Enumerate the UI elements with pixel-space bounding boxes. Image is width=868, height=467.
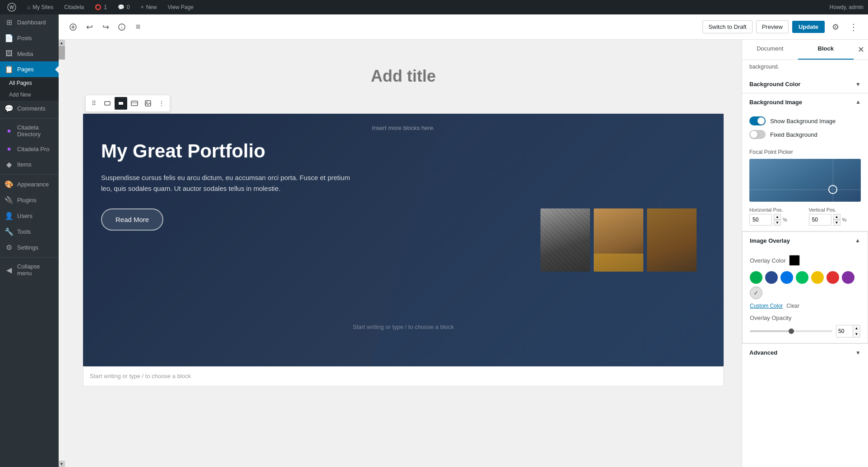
svg-text:W: W bbox=[9, 5, 14, 10]
sidebar-item-label: Plugins bbox=[17, 197, 37, 203]
block-layout-2-button[interactable] bbox=[115, 97, 127, 110]
sidebar-item-appearance[interactable]: 🎨 Appearance bbox=[0, 176, 59, 192]
hero-block-placeholder[interactable]: Start writing or type / to choose a bloc… bbox=[353, 324, 454, 330]
swatch-green2[interactable] bbox=[796, 271, 808, 284]
page-title-area bbox=[83, 49, 724, 95]
hero-title[interactable]: My Great Portfolio bbox=[101, 141, 353, 162]
overlay-color-swatch[interactable] bbox=[789, 255, 800, 266]
opacity-down-button[interactable]: ▼ bbox=[853, 331, 860, 337]
page-title-input[interactable] bbox=[83, 67, 724, 86]
my-sites-link[interactable]: ⌂ My Sites bbox=[24, 0, 56, 14]
swatch-yellow[interactable] bbox=[811, 271, 824, 284]
sidebar-item-collapse[interactable]: ◀ Collapse menu bbox=[0, 259, 59, 280]
tab-document[interactable]: Document bbox=[742, 40, 798, 60]
sidebar-item-items[interactable]: ◆ Items bbox=[0, 157, 59, 172]
tab-block[interactable]: Block bbox=[798, 40, 854, 60]
sidebar-item-citadela-pro[interactable]: ● Citadela Pro bbox=[0, 141, 59, 157]
v-pos-up-button[interactable]: ▲ bbox=[833, 214, 840, 220]
menu-separator bbox=[0, 118, 59, 119]
comments-link[interactable]: 💬 0 bbox=[115, 0, 133, 14]
add-block-button[interactable] bbox=[66, 20, 80, 34]
block-more-options-button[interactable]: ⋮ bbox=[155, 97, 168, 110]
sidebar-item-label: Dashboard bbox=[17, 19, 46, 26]
focal-point-picker[interactable] bbox=[749, 159, 861, 202]
focal-point-label: Focal Point Picker bbox=[742, 149, 868, 155]
horizontal-pos-input[interactable] bbox=[749, 214, 772, 226]
image-overlay-header[interactable]: Image Overlay ▼ bbox=[743, 232, 868, 250]
sidebar-item-posts[interactable]: 📄 Posts bbox=[0, 30, 59, 46]
vertical-pos-input[interactable] bbox=[809, 214, 831, 226]
background-color-chevron: ▼ bbox=[855, 81, 861, 88]
hero-image-3 bbox=[647, 208, 697, 272]
sidebar-item-comments[interactable]: 💬 Comments bbox=[0, 101, 59, 116]
block-image-button[interactable] bbox=[142, 97, 154, 110]
customize-link[interactable]: ⭕ 1 bbox=[92, 0, 110, 14]
sidebar-item-dashboard[interactable]: ⊞ Dashboard bbox=[0, 14, 59, 30]
appearance-icon: 🎨 bbox=[5, 180, 14, 189]
show-bg-toggle[interactable] bbox=[749, 116, 766, 125]
sidebar-item-media[interactable]: 🖼 Media bbox=[0, 46, 59, 61]
h-pos-up-button[interactable]: ▲ bbox=[774, 214, 781, 220]
background-image-header[interactable]: Background Image ▼ bbox=[742, 93, 868, 111]
info-button[interactable]: i bbox=[115, 20, 129, 34]
sidebar-item-users[interactable]: 👤 Users bbox=[0, 208, 59, 224]
focal-point-dot[interactable] bbox=[828, 185, 837, 194]
sidebar-item-citadela-dir[interactable]: ● Citadela Directory bbox=[0, 120, 59, 141]
hero-paragraph[interactable]: Suspendisse cursus felis eu arcu dictum,… bbox=[101, 172, 353, 194]
sidebar-item-all-pages[interactable]: All Pages bbox=[0, 77, 59, 89]
sidebar-item-tools[interactable]: 🔧 Tools bbox=[0, 224, 59, 240]
wp-logo-link[interactable]: W bbox=[5, 0, 19, 14]
swatch-selected[interactable]: ✓ bbox=[750, 287, 762, 299]
background-image-chevron: ▼ bbox=[855, 99, 861, 106]
sidebar-item-plugins[interactable]: 🔌 Plugins bbox=[0, 192, 59, 208]
sidebar-item-label: Citadela Directory bbox=[17, 124, 54, 138]
swatch-blue-dark[interactable] bbox=[765, 271, 778, 284]
left-scrollbar[interactable]: ▲ ▼ bbox=[59, 40, 65, 467]
editor-toolbar: ↩ ↪ i ≡ Switch to Draft Preview Update ⚙… bbox=[59, 14, 868, 40]
preview-button[interactable]: Preview bbox=[756, 20, 789, 33]
switch-draft-button[interactable]: Switch to Draft bbox=[702, 20, 753, 33]
swatch-blue[interactable] bbox=[780, 271, 793, 284]
swatch-red[interactable] bbox=[826, 271, 839, 284]
sidebar-item-label: Tools bbox=[17, 228, 31, 235]
settings-icon: ⚙ bbox=[5, 243, 14, 252]
tools-icon: 🔧 bbox=[5, 227, 14, 236]
editor-main: ▲ ▼ ⠿ bbox=[59, 40, 868, 467]
block-layout-1-button[interactable] bbox=[101, 97, 114, 110]
view-page-link[interactable]: View Page bbox=[165, 0, 196, 14]
block-layout-3-button[interactable] bbox=[128, 97, 141, 110]
custom-color-link[interactable]: Custom Color bbox=[750, 303, 783, 309]
menu-button[interactable]: ≡ bbox=[131, 20, 145, 34]
scroll-down-button[interactable]: ▼ bbox=[59, 461, 65, 467]
hero-content: My Great Portfolio Suspendisse cursus fe… bbox=[83, 114, 371, 258]
hero-read-more-button[interactable]: Read More bbox=[101, 208, 163, 231]
background-color-header[interactable]: Background Color ▼ bbox=[742, 75, 868, 93]
hero-block: Insert more blocks here. My Great Portfo… bbox=[83, 114, 724, 366]
v-pos-down-button[interactable]: ▼ bbox=[833, 220, 840, 226]
fixed-bg-toggle[interactable] bbox=[749, 130, 766, 139]
scroll-up-button[interactable]: ▲ bbox=[59, 40, 65, 46]
drag-handle-button[interactable]: ⠿ bbox=[88, 97, 100, 110]
clear-link[interactable]: Clear bbox=[786, 303, 799, 309]
redo-button[interactable]: ↪ bbox=[98, 20, 113, 34]
new-content-link[interactable]: + New bbox=[138, 0, 160, 14]
opacity-input[interactable] bbox=[836, 325, 853, 337]
undo-button[interactable]: ↩ bbox=[82, 20, 97, 34]
settings-gear-button[interactable]: ⚙ bbox=[828, 20, 843, 34]
sidebar-item-add-new[interactable]: Add New bbox=[0, 89, 59, 101]
more-options-button[interactable]: ⋮ bbox=[846, 20, 861, 34]
citadela-link[interactable]: Citadela bbox=[61, 0, 87, 14]
update-button[interactable]: Update bbox=[792, 21, 825, 33]
advanced-header[interactable]: Advanced ▼ bbox=[742, 344, 868, 361]
opacity-up-button[interactable]: ▲ bbox=[853, 325, 860, 331]
admin-sidebar: ⊞ Dashboard 📄 Posts 🖼 Media 📋 Pages All … bbox=[0, 14, 59, 467]
h-pos-down-button[interactable]: ▼ bbox=[774, 220, 781, 226]
toggle-knob bbox=[757, 117, 765, 125]
swatch-purple[interactable] bbox=[842, 271, 854, 284]
panel-close-button[interactable]: ✕ bbox=[854, 40, 868, 60]
opacity-slider[interactable] bbox=[750, 330, 832, 332]
sidebar-item-pages[interactable]: 📋 Pages bbox=[0, 61, 59, 77]
below-hero-placeholder[interactable]: Start writing or type / to choose a bloc… bbox=[83, 366, 724, 386]
sidebar-item-settings[interactable]: ⚙ Settings bbox=[0, 240, 59, 255]
swatch-green[interactable] bbox=[750, 271, 762, 284]
